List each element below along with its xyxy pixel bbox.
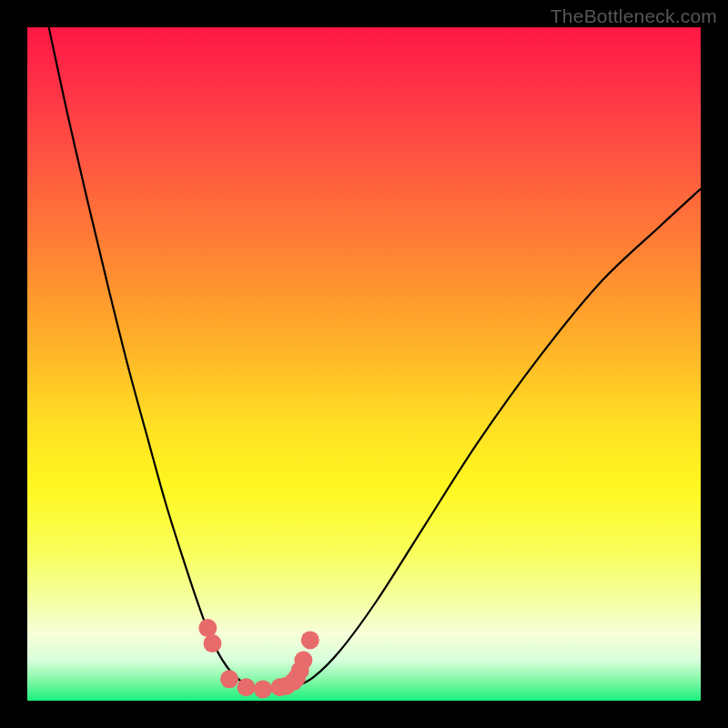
marker-layer xyxy=(27,27,701,701)
fit-markers-group xyxy=(198,619,318,698)
fit-marker xyxy=(301,631,319,649)
plot-area xyxy=(27,27,701,701)
fit-marker xyxy=(294,652,312,670)
watermark-text: TheBottleneck.com xyxy=(551,5,717,27)
fit-marker xyxy=(254,680,272,698)
fit-marker xyxy=(204,634,222,652)
fit-marker xyxy=(220,670,238,688)
fit-marker xyxy=(198,619,217,637)
bottleneck-chart: TheBottleneck.com xyxy=(0,0,728,728)
fit-marker xyxy=(238,678,256,696)
